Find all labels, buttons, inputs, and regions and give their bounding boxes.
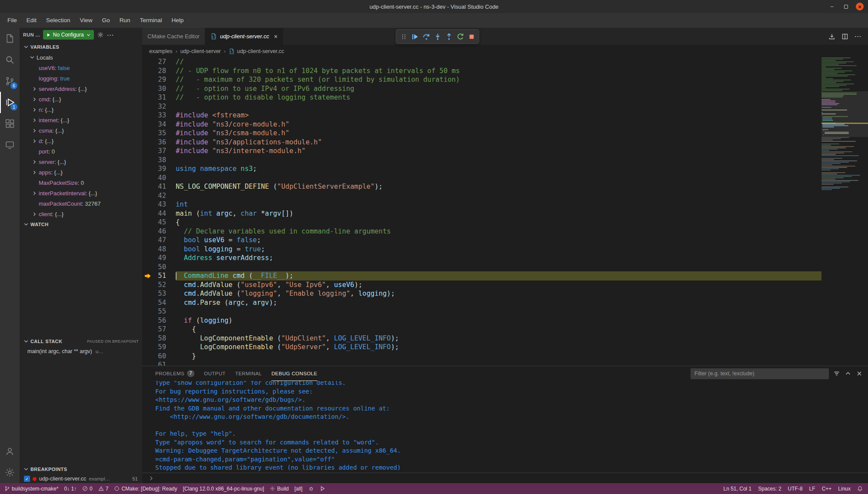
status-language-mode[interactable]: C++ — [822, 486, 832, 492]
breadcrumb-item[interactable]: udp-client-server.cc — [229, 48, 284, 54]
status-warnings[interactable]: 7 — [98, 486, 109, 492]
editor[interactable]: 2728293031323334353637383940414243444546… — [142, 57, 868, 366]
status-git-branch[interactable]: buildsystem-cmake* — [4, 486, 58, 492]
menu-view[interactable]: View — [75, 15, 97, 26]
close-tab-icon[interactable]: × — [274, 33, 277, 40]
breadcrumb-label: udp-client-server.cc — [237, 48, 284, 54]
filter-options-icon[interactable] — [833, 370, 840, 377]
maximize-panel-icon[interactable] — [845, 370, 851, 377]
status-indentation[interactable]: Spaces: 2 — [758, 486, 781, 492]
activity-search[interactable] — [0, 49, 20, 70]
menu-help[interactable]: Help — [167, 15, 188, 26]
activity-settings[interactable] — [0, 462, 20, 483]
minimize-button[interactable]: – — [828, 3, 836, 10]
more-actions-icon[interactable]: ⋯ — [852, 31, 864, 42]
download-icon[interactable] — [826, 31, 838, 42]
panel-tab-debug-console[interactable]: DEBUG CONSOLE — [271, 366, 317, 381]
activity-explorer[interactable] — [0, 28, 20, 49]
status-notifications[interactable] — [857, 486, 863, 491]
panel-tab-output[interactable]: OUTPUT — [204, 366, 226, 381]
panel-tab-terminal[interactable]: TERMINAL — [235, 366, 262, 381]
split-editor-icon[interactable] — [839, 31, 851, 42]
variable-row-maxPacketCount[interactable]: maxPacketCount: 32767 — [20, 198, 142, 209]
variable-row-serverAddress[interactable]: serverAddress: {...} — [20, 83, 142, 94]
status-cpp-configuration[interactable]: Linux — [838, 486, 851, 492]
breakpoints-section-header[interactable]: BREAKPOINTS — [20, 464, 142, 474]
gear-icon[interactable] — [97, 31, 104, 38]
menu-edit[interactable]: Edit — [22, 15, 41, 26]
menu-go[interactable]: Go — [97, 15, 115, 26]
step-out-button[interactable] — [444, 31, 454, 42]
panel-tab-problems[interactable]: PROBLEMS7 — [155, 366, 194, 381]
status-cmake-kit[interactable]: [Clang 12.0.0 x86_64-pc-linux-gnu] — [183, 486, 264, 492]
tab-cmake-cache-editor[interactable]: CMake Cache Editor — [142, 28, 205, 45]
maximize-button[interactable] — [842, 3, 850, 10]
code-area[interactable]: //// - UDP flow from n0 to n1 of 1024 by… — [176, 57, 821, 366]
watch-section-header[interactable]: WATCH — [20, 219, 142, 230]
line-number-31: 31 — [142, 93, 176, 102]
breadcrumb-item[interactable]: udp-client-server — [180, 48, 221, 54]
editor-gutter[interactable]: 2728293031323334353637383940414243444546… — [142, 57, 176, 366]
activity-remote-explorer[interactable] — [0, 134, 20, 156]
menu-run[interactable]: Run — [115, 15, 135, 26]
status-cursor-position[interactable]: Ln 51, Col 1 — [724, 486, 752, 492]
breadcrumb-item[interactable]: examples — [149, 48, 173, 54]
launch-configuration-dropdown[interactable]: No Configura — [43, 30, 94, 40]
call-stack-frame[interactable]: main(int argc, char ** argv) u… — [20, 347, 142, 356]
menu-selection[interactable]: Selection — [41, 15, 75, 26]
status-cmake-launch[interactable] — [320, 486, 325, 491]
activity-account[interactable] — [0, 441, 20, 462]
breakpoint-checkbox[interactable]: ✓ — [24, 476, 30, 482]
variable-row-port[interactable]: port: 0 — [20, 146, 142, 157]
close-button[interactable]: × — [856, 3, 864, 10]
variable-row-client[interactable]: client: {...} — [20, 209, 142, 219]
step-over-button[interactable] — [421, 31, 431, 42]
more-actions-icon[interactable]: ⋯ — [107, 31, 114, 39]
variable-row-cmd[interactable]: cmd: {...} — [20, 94, 142, 104]
breadcrumb-separator: › — [224, 48, 226, 54]
variable-row-MaxPacketSize[interactable]: MaxPacketSize: 0 — [20, 177, 142, 188]
variable-row-csma[interactable]: csma: {...} — [20, 125, 142, 136]
status-cmake-build[interactable]: Build — [270, 486, 289, 492]
variable-row-internet[interactable]: internet: {...} — [20, 115, 142, 125]
restart-button[interactable] — [455, 31, 465, 42]
minimap-line — [821, 80, 851, 80]
variables-section-header[interactable]: VARIABLES — [20, 42, 142, 52]
variable-row-d[interactable]: d: {...} — [20, 136, 142, 146]
status-encoding[interactable]: UTF-8 — [788, 486, 803, 492]
minimap-line — [821, 137, 849, 138]
status-sync-changes[interactable]: 0↓ 1↑ — [64, 486, 77, 492]
scope-locals[interactable]: Locals — [20, 52, 142, 63]
minimap-slider[interactable] — [821, 91, 868, 137]
debug-toolbar-grip[interactable] — [398, 31, 409, 42]
status-cmake-status[interactable]: CMake: [Debug]: Ready — [114, 486, 177, 492]
variable-row-apps[interactable]: apps: {...} — [20, 167, 142, 177]
step-into-button[interactable] — [432, 31, 443, 42]
debug-console-output[interactable]: Type "show configuration" for configurat… — [142, 381, 868, 473]
tab-udp-client-server-cc[interactable]: udp-client-server.cc× — [205, 28, 283, 45]
variable-row-logging[interactable]: logging: true — [20, 73, 142, 83]
variable-row-interPacketInterval[interactable]: interPacketInterval: {...} — [20, 188, 142, 198]
minimap[interactable] — [821, 57, 868, 366]
call-stack-section-header[interactable]: CALL STACK PAUSED ON BREAKPOINT — [20, 336, 142, 347]
continue-button[interactable] — [410, 31, 420, 42]
variable-row-server[interactable]: server: {...} — [20, 157, 142, 167]
activity-source-control[interactable]: 6 — [0, 70, 20, 92]
line-number-56: 56 — [142, 316, 176, 325]
debug-console-repl[interactable] — [142, 473, 868, 483]
activity-extensions[interactable] — [0, 113, 20, 134]
menu-file[interactable]: File — [3, 15, 22, 26]
stop-button[interactable] — [466, 31, 477, 42]
minimap-line — [821, 146, 854, 147]
close-panel-icon[interactable] — [856, 370, 863, 377]
status-cmake-debug[interactable] — [308, 486, 314, 491]
menu-terminal[interactable]: Terminal — [135, 15, 167, 26]
status-eol[interactable]: LF — [809, 486, 815, 492]
console-filter-input[interactable] — [691, 368, 829, 379]
status-errors[interactable]: 0 — [82, 486, 93, 492]
activity-run-and-debug[interactable]: 1 — [0, 92, 20, 113]
breakpoint-row[interactable]: ✓ udp-client-server.cc exampl… 51 — [20, 474, 142, 483]
status-cmake-target[interactable]: [all] — [294, 486, 303, 492]
variable-row-n[interactable]: n: {...} — [20, 104, 142, 115]
variable-row-useV6[interactable]: useV6: false — [20, 63, 142, 73]
